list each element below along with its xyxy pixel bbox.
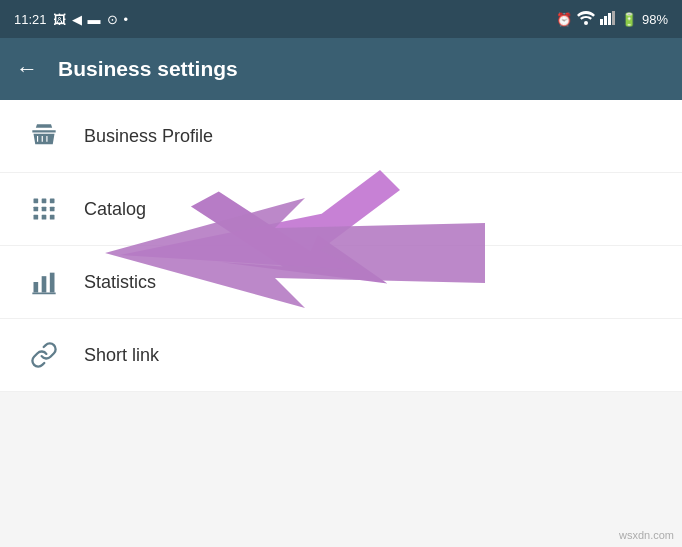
bar-chart-icon <box>20 268 68 296</box>
alarm-icon: ⏰ <box>556 12 572 27</box>
signal-icon <box>600 11 616 28</box>
grid-icon <box>20 195 68 223</box>
menu-list: Business Profile Catalog <box>0 100 682 392</box>
menu-item-short-link[interactable]: Short link <box>0 319 682 392</box>
svg-rect-2 <box>604 16 607 25</box>
svg-rect-16 <box>50 273 55 293</box>
svg-point-0 <box>584 21 588 25</box>
svg-rect-7 <box>50 199 55 204</box>
link-icon <box>20 341 68 369</box>
menu-item-business-profile[interactable]: Business Profile <box>0 100 682 173</box>
back-button[interactable]: ← <box>16 56 38 82</box>
svg-rect-17 <box>32 293 55 295</box>
svg-rect-13 <box>50 215 55 220</box>
menu-item-catalog[interactable]: Catalog <box>0 173 682 246</box>
short-link-label: Short link <box>84 345 159 366</box>
status-time: 11:21 <box>14 12 47 27</box>
svg-rect-12 <box>42 215 47 220</box>
navigation-icon: ◀ <box>72 12 82 27</box>
business-profile-label: Business Profile <box>84 126 213 147</box>
svg-rect-11 <box>34 215 39 220</box>
network-icon: ⊙ <box>107 12 118 27</box>
svg-rect-6 <box>42 199 47 204</box>
watermark: wsxdn.com <box>619 529 674 541</box>
menu-item-statistics[interactable]: Statistics <box>0 246 682 319</box>
svg-rect-9 <box>42 207 47 212</box>
status-right: ⏰ 🔋 98% <box>556 11 668 28</box>
svg-rect-3 <box>608 13 611 25</box>
statistics-label: Statistics <box>84 272 156 293</box>
dot-icon: • <box>124 12 129 27</box>
store-icon <box>20 122 68 150</box>
page-title: Business settings <box>58 57 238 81</box>
battery-percent: 98% <box>642 12 668 27</box>
svg-rect-5 <box>34 199 39 204</box>
catalog-label: Catalog <box>84 199 146 220</box>
wifi-icon <box>577 11 595 28</box>
svg-rect-4 <box>612 11 615 25</box>
battery-icon: 🔋 <box>621 12 637 27</box>
svg-rect-1 <box>600 19 603 25</box>
svg-rect-15 <box>42 276 47 292</box>
message-icon: ▬ <box>88 12 101 27</box>
svg-rect-10 <box>50 207 55 212</box>
svg-rect-8 <box>34 207 39 212</box>
svg-rect-14 <box>34 282 39 293</box>
status-bar: 11:21 🖼 ◀ ▬ ⊙ • ⏰ 🔋 98% <box>0 0 682 38</box>
app-header: ← Business settings <box>0 38 682 100</box>
status-left: 11:21 🖼 ◀ ▬ ⊙ • <box>14 12 128 27</box>
photo-icon: 🖼 <box>53 12 66 27</box>
